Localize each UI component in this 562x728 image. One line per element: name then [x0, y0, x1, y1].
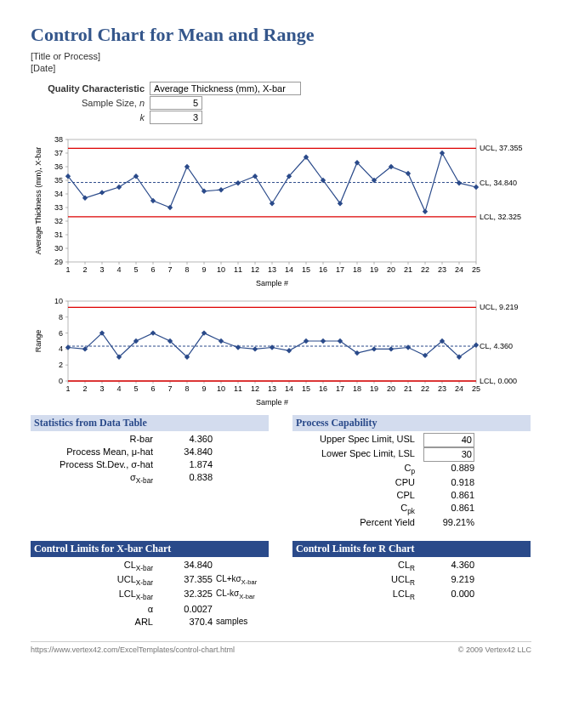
svg-text:12: 12: [251, 384, 259, 393]
xbar-chart: 2930313233343536373812345678910111213141…: [31, 134, 531, 287]
svg-text:3: 3: [99, 384, 104, 393]
svg-text:35: 35: [54, 176, 63, 185]
svg-text:4: 4: [59, 344, 63, 353]
stat-label: α: [31, 603, 162, 616]
stat-label: Percent Yield: [292, 516, 423, 529]
svg-text:11: 11: [234, 384, 242, 393]
svg-text:4: 4: [116, 265, 121, 274]
svg-text:2: 2: [82, 265, 87, 274]
svg-text:UCL, 9.219: UCL, 9.219: [480, 303, 519, 311]
quality-label: Quality Characteristic: [31, 83, 150, 94]
svg-text:18: 18: [353, 265, 361, 274]
r-limits: Control Limits for R Chart CLR4.360UCLR9…: [292, 541, 531, 628]
svg-text:1: 1: [65, 384, 70, 393]
svg-text:25: 25: [472, 384, 480, 393]
footer: https://www.vertex42.com/ExcelTemplates/…: [31, 641, 531, 654]
svg-text:3: 3: [99, 265, 104, 274]
svg-text:37: 37: [54, 149, 63, 157]
svg-text:8: 8: [184, 384, 189, 393]
svg-text:8: 8: [184, 265, 189, 274]
svg-text:4: 4: [116, 384, 121, 393]
lsl-input[interactable]: 30: [423, 447, 474, 462]
svg-text:6: 6: [150, 384, 155, 393]
svg-text:20: 20: [387, 384, 395, 393]
k-label: k: [31, 112, 150, 122]
svg-text:7: 7: [167, 265, 172, 274]
stat-value: 0.918: [423, 476, 474, 489]
svg-text:10: 10: [217, 384, 225, 393]
svg-text:38: 38: [54, 135, 63, 144]
svg-text:19: 19: [370, 384, 378, 393]
footer-copyright: © 2009 Vertex42 LLC: [458, 646, 531, 654]
stat-value: 37.355: [162, 573, 213, 588]
svg-text:15: 15: [302, 265, 310, 274]
stat-extra: CL+kσX-bar: [213, 573, 257, 588]
svg-text:Sample #: Sample #: [256, 398, 288, 407]
parameters-block: Quality Characteristic Sample Size, n k: [31, 82, 531, 124]
stat-value: 0.861: [423, 489, 474, 502]
stat-label: Process St.Dev., σ-hat: [31, 458, 162, 471]
svg-text:1: 1: [65, 265, 70, 274]
stat-extra: samples: [213, 616, 247, 628]
stat-label: CPL: [292, 489, 423, 502]
svg-text:13: 13: [268, 265, 276, 274]
quality-input[interactable]: [150, 82, 301, 95]
k-input[interactable]: [150, 111, 202, 124]
stat-label: UCLX-bar: [31, 573, 162, 588]
sample-size-input[interactable]: [150, 96, 202, 110]
footer-url: https://www.vertex42.com/ExcelTemplates/…: [31, 646, 235, 654]
svg-text:17: 17: [336, 384, 344, 393]
svg-text:10: 10: [54, 297, 63, 305]
svg-text:CL, 4.360: CL, 4.360: [480, 342, 513, 350]
stat-value: 4.360: [423, 559, 474, 573]
process-capability: Process Capability Upper Spec Limit, USL…: [292, 415, 531, 529]
stat-value: 32.325: [162, 588, 213, 602]
svg-text:16: 16: [319, 384, 327, 393]
xbar-limits-header: Control Limits for X-bar Chart: [31, 541, 269, 557]
svg-text:19: 19: [370, 265, 378, 274]
stat-label: Cp: [292, 462, 423, 476]
stat-value: 0.861: [423, 502, 474, 516]
pc-header: Process Capability: [292, 415, 531, 431]
stat-value: 370.4: [162, 616, 213, 628]
svg-text:LCL, 0.000: LCL, 0.000: [480, 377, 517, 385]
svg-text:21: 21: [404, 384, 412, 393]
svg-text:5: 5: [133, 384, 138, 393]
usl-label: Upper Spec Limit, USL: [292, 433, 423, 447]
svg-text:22: 22: [421, 265, 429, 274]
svg-text:25: 25: [472, 265, 480, 274]
svg-text:36: 36: [54, 162, 63, 171]
stat-label: LCLR: [292, 588, 423, 602]
svg-text:14: 14: [285, 265, 293, 274]
xbar-limits: Control Limits for X-bar Chart CLX-bar34…: [31, 541, 269, 628]
svg-text:23: 23: [438, 265, 446, 274]
svg-text:20: 20: [387, 265, 395, 274]
stat-label: CPU: [292, 476, 423, 489]
svg-rect-79: [68, 301, 476, 381]
svg-text:Average Thickness (mm), X-bar: Average Thickness (mm), X-bar: [34, 147, 43, 255]
svg-text:9: 9: [202, 265, 206, 274]
svg-text:31: 31: [54, 230, 63, 239]
svg-text:2: 2: [59, 361, 63, 369]
svg-text:6: 6: [150, 265, 155, 274]
stat-label: Process Mean, μ-hat: [31, 446, 162, 458]
stat-value: 34.840: [162, 559, 213, 573]
stat-label: UCLR: [292, 573, 423, 588]
svg-text:30: 30: [54, 244, 63, 253]
svg-text:6: 6: [59, 329, 63, 338]
svg-text:29: 29: [54, 258, 63, 266]
usl-input[interactable]: 40: [423, 433, 474, 447]
svg-text:32: 32: [54, 217, 63, 225]
stat-value: 0.0027: [162, 603, 213, 616]
stat-value: 99.21%: [423, 516, 474, 529]
svg-text:LCL, 32.325: LCL, 32.325: [480, 213, 521, 221]
stat-label: Cpk: [292, 502, 423, 516]
svg-text:9: 9: [202, 384, 206, 393]
r-limits-header: Control Limits for R Chart: [292, 541, 531, 557]
stat-label: CLX-bar: [31, 559, 162, 573]
stat-value: 1.874: [162, 458, 213, 471]
stat-value: 9.219: [423, 573, 474, 588]
stat-label: R-bar: [31, 433, 162, 446]
svg-text:22: 22: [421, 384, 429, 393]
stats-table-header: Statistics from Data Table: [31, 415, 269, 431]
